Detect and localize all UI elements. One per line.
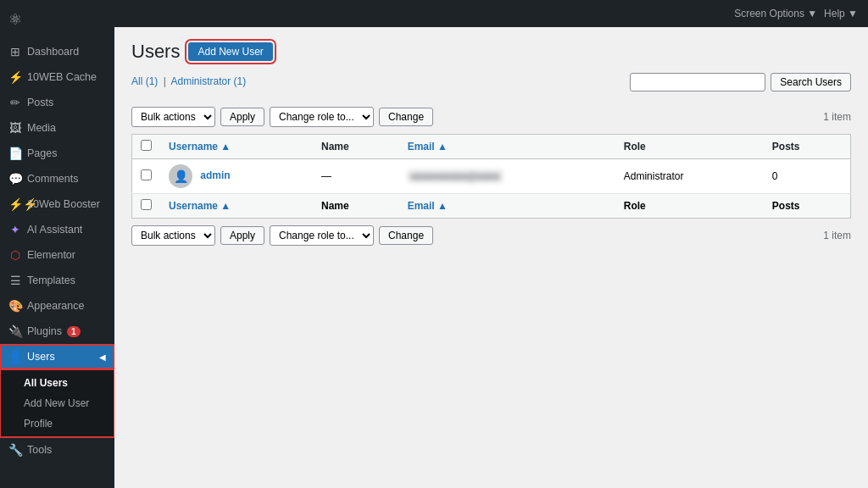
th-email[interactable]: Email ▲: [399, 135, 615, 159]
row-role-cell: Administrator: [615, 159, 764, 194]
posts-icon: ✏: [8, 96, 22, 109]
sidebar-item-tools[interactable]: 🔧 Tools: [0, 437, 114, 463]
comments-icon: 💬: [8, 172, 22, 186]
pages-icon: 📄: [8, 147, 22, 160]
row-checkbox[interactable]: [141, 169, 152, 180]
templates-icon: ☰: [8, 274, 22, 287]
search-input[interactable]: [630, 73, 765, 92]
th-role: Role: [615, 135, 764, 159]
submenu-item-all-users[interactable]: All Users: [0, 373, 114, 393]
row-checkbox-cell: [132, 159, 161, 194]
sidebar-item-media[interactable]: 🖼 Media: [0, 115, 114, 141]
sidebar-item-users[interactable]: 👤 Users ◀: [0, 344, 114, 369]
sidebar-item-templates[interactable]: ☰ Templates: [0, 268, 114, 293]
footer-username[interactable]: Username ▲: [160, 194, 313, 219]
bulk-actions-select-bottom[interactable]: Bulk actions: [131, 225, 215, 246]
users-table: Username ▲ Name Email ▲ Role Posts 👤: [131, 134, 851, 219]
appearance-icon: 🎨: [8, 299, 22, 313]
change-button-top[interactable]: Change: [379, 108, 433, 126]
items-count-bottom: 1 item: [823, 230, 851, 241]
select-all-checkbox-bottom[interactable]: [141, 199, 152, 210]
page-title: Users: [131, 41, 180, 63]
sidebar: ⚛ ⊞ Dashboard ⚡ 10WEB Cache ✏ Posts 🖼 Me…: [0, 0, 114, 488]
row-username-cell: 👤 admin: [160, 159, 313, 194]
row-email-cell: ●●●●●●●●●●@●●●●: [399, 159, 615, 194]
table-footer-header-row: Username ▲ Name Email ▲ Role Posts: [132, 194, 851, 219]
elementor-icon: ⬡: [8, 248, 22, 262]
sidebar-item-comments[interactable]: 💬 Comments: [0, 166, 114, 191]
top-toolbar: Bulk actions Apply Change role to... Cha…: [131, 107, 851, 127]
footer-role: Role: [615, 194, 764, 219]
media-icon: 🖼: [8, 121, 22, 135]
dashboard-icon: ⊞: [8, 45, 22, 58]
sidebar-item-dashboard[interactable]: ⊞ Dashboard: [0, 39, 114, 64]
footer-email[interactable]: Email ▲: [399, 194, 615, 219]
plugins-icon: 🔌: [8, 324, 22, 338]
search-bar: Search Users: [630, 73, 851, 92]
wp-logo: ⚛: [0, 0, 114, 39]
10web-booster-icon: ⚡⚡: [8, 197, 22, 211]
table-header-row: Username ▲ Name Email ▲ Role Posts: [132, 135, 851, 159]
th-posts: Posts: [764, 135, 851, 159]
sidebar-item-10web-cache[interactable]: ⚡ 10WEB Cache: [0, 64, 114, 90]
users-submenu: All Users Add New User Profile: [0, 369, 114, 437]
sidebar-item-appearance[interactable]: 🎨 Appearance: [0, 293, 114, 319]
table-row: 👤 admin — ●●●●●●●●●●@●●●● Administrator …: [132, 159, 851, 194]
th-username[interactable]: Username ▲: [160, 135, 313, 159]
apply-button-top[interactable]: Apply: [220, 108, 264, 126]
change-role-select-bottom[interactable]: Change role to...: [270, 225, 374, 246]
10web-cache-icon: ⚡: [8, 70, 22, 84]
users-icon: 👤: [8, 350, 22, 363]
email-value: ●●●●●●●●●●@●●●●: [408, 170, 503, 182]
sidebar-item-10web-booster[interactable]: ⚡⚡ 10Web Booster: [0, 191, 114, 217]
submenu-item-add-new-user[interactable]: Add New User: [0, 393, 114, 413]
footer-cb: [132, 194, 161, 219]
row-name-cell: —: [313, 159, 399, 194]
search-users-button[interactable]: Search Users: [771, 73, 851, 92]
ai-assistant-icon: ✦: [8, 223, 22, 236]
th-name: Name: [313, 135, 399, 159]
sidebar-item-ai-assistant[interactable]: ✦ AI Assistant: [0, 217, 114, 242]
change-role-select-top[interactable]: Change role to...: [270, 107, 374, 127]
footer-posts: Posts: [764, 194, 851, 219]
page-header: Users Add New User: [131, 41, 851, 63]
filter-separator: |: [164, 75, 166, 87]
bottom-toolbar: Bulk actions Apply Change role to... Cha…: [131, 225, 851, 246]
tools-icon: 🔧: [8, 443, 22, 457]
bulk-actions-select-top[interactable]: Bulk actions: [131, 107, 215, 127]
plugins-badge: 1: [67, 326, 81, 337]
filter-links: All (1) | Administrator (1): [131, 75, 246, 87]
footer-name: Name: [313, 194, 399, 219]
row-posts-cell: 0: [764, 159, 851, 194]
sidebar-item-posts[interactable]: ✏ Posts: [0, 90, 114, 115]
sidebar-item-plugins[interactable]: 🔌 Plugins 1: [0, 319, 114, 344]
change-button-bottom[interactable]: Change: [379, 226, 433, 245]
filter-admin-link[interactable]: Administrator (1): [170, 75, 246, 87]
add-new-user-button[interactable]: Add New User: [188, 42, 272, 61]
admin-topbar: Screen Options ▼ Help ▼: [114, 0, 868, 27]
main-content: Screen Options ▼ Help ▼ Users Add New Us…: [114, 0, 868, 488]
avatar: 👤: [169, 164, 192, 188]
select-all-checkbox-top[interactable]: [141, 140, 152, 151]
th-checkbox: [132, 135, 161, 159]
users-arrow: ◀: [99, 352, 106, 362]
sidebar-item-elementor[interactable]: ⬡ Elementor: [0, 242, 114, 268]
submenu-item-profile[interactable]: Profile: [0, 413, 114, 434]
apply-button-bottom[interactable]: Apply: [220, 226, 264, 245]
items-count-top: 1 item: [823, 111, 851, 123]
filter-all-link[interactable]: All (1): [131, 75, 158, 87]
help-button[interactable]: Help ▼: [824, 8, 858, 19]
screen-options-button[interactable]: Screen Options ▼: [734, 8, 817, 19]
username-link[interactable]: admin: [200, 169, 230, 181]
page-content: Users Add New User All (1) | Administrat…: [114, 27, 868, 488]
sidebar-item-pages[interactable]: 📄 Pages: [0, 141, 114, 166]
